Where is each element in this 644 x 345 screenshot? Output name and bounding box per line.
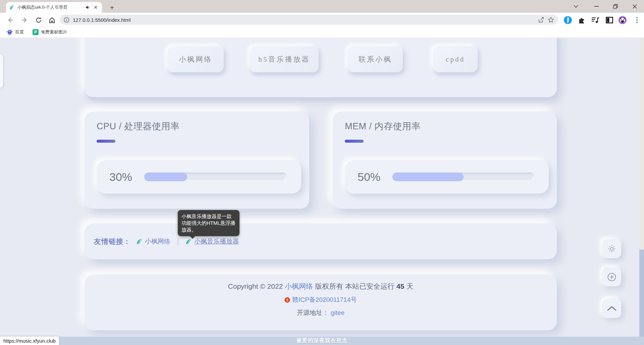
friend-link-xiaofeng-network[interactable]: 小枫网络 [136, 237, 170, 246]
bookmark-free-assets[interactable]: P 免费素材图片 [33, 29, 67, 35]
browser-menu-kebab-icon[interactable] [633, 16, 641, 24]
bookmark-label: 免费素材图片 [41, 29, 67, 35]
bookmark-label: 百度 [15, 29, 24, 35]
tab-layout-extension-icon[interactable] [605, 16, 614, 24]
friend-link-label: 小枫音乐播放器 [194, 237, 239, 246]
mem-title-underline [345, 140, 364, 143]
chevron-up-icon [607, 306, 617, 311]
leaf-icon [185, 238, 192, 245]
back-button[interactable] [6, 16, 15, 24]
profile-avatar[interactable] [618, 16, 627, 24]
cpu-progress-fill [144, 172, 187, 181]
link-status-bubble: https://music.xfyun.club [0, 336, 59, 345]
tab-search-chevron-icon[interactable] [568, 0, 584, 13]
cpu-progress-panel: 30% [97, 160, 301, 194]
uptime-days: 45 [396, 282, 404, 290]
copyright-mid: 版权所有 本站已安全运行 [315, 282, 394, 291]
pexels-icon: P [33, 29, 39, 35]
cpu-title-underline [97, 140, 115, 143]
mem-usage-card: MEM / 内存使用率 50% [333, 112, 557, 209]
uptime-days-suffix: 天 [406, 282, 413, 291]
mem-card-title: MEM / 内存使用率 [345, 120, 549, 132]
window-close-button[interactable] [627, 0, 642, 13]
tab-strip: 小枫拟态ui4.0-个人引导页 ✕ + [0, 0, 644, 13]
svg-text:du: du [9, 32, 11, 34]
window-restore-button[interactable] [608, 0, 623, 13]
address-bar[interactable]: 127.0.0.1:5500/index.html [60, 15, 558, 25]
add-button[interactable] [602, 267, 621, 286]
site-info-icon[interactable] [64, 17, 69, 23]
sun-icon [608, 245, 616, 253]
nav-button-cpdd[interactable]: cpdd [433, 46, 478, 72]
gitee-link[interactable]: gitee [331, 309, 344, 317]
icp-link[interactable]: 赣ICP备2020011714号 [292, 295, 357, 304]
cpu-card-title: CPU / 处理器使用率 [97, 120, 301, 132]
window-minimize-button[interactable] [589, 0, 604, 13]
tab-title: 小枫拟态ui4.0-个人引导页 [17, 4, 83, 10]
mem-percent-value: 50% [358, 170, 392, 184]
opensource-label: 开源地址： [297, 308, 329, 317]
mem-progress-track [392, 172, 535, 181]
share-icon[interactable] [538, 17, 544, 23]
browser-window: 小枫拟态ui4.0-个人引导页 ✕ + [0, 0, 644, 345]
mem-progress-panel: 50% [345, 160, 549, 194]
bookmark-baidu[interactable]: du 百度 [7, 29, 24, 35]
mem-progress-fill [392, 172, 464, 181]
marquee-text: 被爱的深夜我在想念 [297, 337, 348, 344]
friend-links-card: 友情链接： 小枫网络 | 小枫音乐播放器 [85, 223, 557, 259]
bookmark-star-icon[interactable] [548, 17, 554, 23]
reload-button[interactable] [34, 16, 43, 24]
friend-link-label: 小枫网络 [145, 237, 170, 246]
plus-circle-icon [607, 272, 616, 282]
nav-button-xiaofeng-network[interactable]: 小枫网络 [168, 46, 224, 72]
theme-toggle-button[interactable] [602, 239, 621, 258]
back-to-top-button[interactable] [602, 299, 621, 318]
friend-links-label: 友情链接： [94, 237, 131, 246]
copyright-site-link[interactable]: 小枫网络 [285, 282, 313, 291]
extensions-puzzle-icon[interactable] [577, 16, 586, 24]
new-tab-button[interactable]: + [107, 3, 117, 12]
page-scrollbar-thumb[interactable] [639, 250, 644, 345]
links-divider: | [177, 237, 179, 245]
footer-card: Copyright © 2022 小枫网络 版权所有 本站已安全运行45天 赣I… [85, 275, 557, 330]
leaf-icon [136, 238, 143, 245]
cpu-usage-card: CPU / 处理器使用率 30% [85, 112, 309, 209]
forward-button[interactable] [20, 16, 29, 24]
tooltip: 小枫音乐播放器是一款功能强大的HTML悬浮播放器。 [178, 210, 239, 236]
music-playlist-extension-icon[interactable] [591, 16, 600, 24]
side-panel-handle[interactable] [0, 55, 3, 87]
copyright-line: Copyright © 2022 小枫网络 版权所有 本站已安全运行45天 [85, 282, 557, 291]
bottom-marquee-bar: 被爱的深夜我在想念 [0, 337, 644, 345]
nav-button-h5-music-player[interactable]: h5音乐播放器 [250, 46, 319, 72]
cpu-progress-track [144, 172, 287, 181]
baidu-paw-icon: du [7, 29, 13, 35]
tab-close-icon[interactable]: ✕ [93, 5, 99, 10]
nav-button-contact[interactable]: 联系小枫 [348, 46, 403, 72]
national-emblem-icon [284, 297, 290, 303]
icp-line: 赣ICP备2020011714号 [85, 295, 557, 304]
url-text[interactable]: 127.0.0.1:5500/index.html [73, 17, 535, 23]
copyright-prefix: Copyright © 2022 [228, 282, 283, 290]
tab-audio-icon[interactable] [85, 5, 90, 10]
opensource-line: 开源地址： gitee [85, 308, 557, 317]
cpu-percent-value: 30% [109, 170, 144, 184]
hero-card: 小枫网络 h5音乐播放器 联系小枫 cpdd [85, 38, 557, 97]
page-viewport: 小枫网络 h5音乐播放器 联系小枫 cpdd CPU / 处理器使用率 30% … [0, 38, 644, 345]
home-button[interactable] [48, 16, 56, 24]
browser-tab[interactable]: 小枫拟态ui4.0-个人引导页 ✕ [6, 2, 102, 13]
bookmarks-bar: du 百度 P 免费素材图片 [0, 27, 644, 38]
extension-orb-icon[interactable] [564, 16, 572, 24]
site-leaf-favicon-icon [9, 5, 15, 10]
